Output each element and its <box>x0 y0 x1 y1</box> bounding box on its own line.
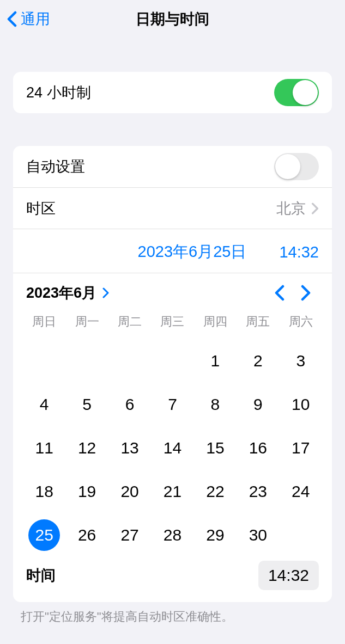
row-24hour: 24 小时制 <box>13 72 332 113</box>
selected-time[interactable]: 14:32 <box>279 243 319 261</box>
calendar-day[interactable]: 10 <box>280 389 322 420</box>
calendar-day[interactable]: 30 <box>237 519 279 551</box>
weekday-header: 周一 <box>65 314 108 333</box>
label-autoset: 自动设置 <box>26 157 85 176</box>
calendar-day[interactable]: 27 <box>108 519 151 551</box>
calendar-day[interactable]: 4 <box>23 389 65 420</box>
calendar-day[interactable]: 2 <box>237 345 279 377</box>
calendar-day[interactable]: 11 <box>23 432 65 464</box>
calendar-day-empty <box>23 345 65 377</box>
calendar-day[interactable]: 7 <box>151 389 193 420</box>
chevron-right-icon <box>102 287 110 298</box>
calendar-day[interactable]: 12 <box>65 432 108 464</box>
next-month-button[interactable] <box>293 285 319 301</box>
row-timezone[interactable]: 时区 北京 <box>13 187 332 229</box>
weekday-header: 周六 <box>280 314 322 333</box>
weekday-header: 周四 <box>194 314 237 333</box>
label-timezone: 时区 <box>26 199 56 218</box>
calendar-day[interactable]: 21 <box>151 476 193 507</box>
calendar-day[interactable]: 25 <box>28 519 60 551</box>
month-picker[interactable]: 2023年6月 <box>26 283 110 303</box>
switch-24hour[interactable] <box>274 79 319 106</box>
calendar-day[interactable]: 28 <box>151 519 193 551</box>
switch-autoset[interactable] <box>274 153 319 180</box>
weekday-header: 周三 <box>151 314 193 333</box>
chevron-left-icon <box>7 11 17 27</box>
calendar-day[interactable]: 17 <box>280 432 322 464</box>
page-title: 日期与时间 <box>136 9 209 29</box>
calendar-day[interactable]: 14 <box>151 432 193 464</box>
calendar-day[interactable]: 26 <box>65 519 108 551</box>
month-label: 2023年6月 <box>26 283 96 303</box>
time-picker[interactable]: 14:32 <box>258 561 319 590</box>
calendar-day[interactable]: 20 <box>108 476 151 507</box>
calendar-day[interactable]: 24 <box>280 476 322 507</box>
calendar-day[interactable]: 9 <box>237 389 279 420</box>
back-label: 通用 <box>21 9 50 29</box>
calendar-day-empty <box>151 345 193 377</box>
calendar-day[interactable]: 1 <box>194 345 237 377</box>
calendar-day[interactable]: 29 <box>194 519 237 551</box>
calendar-day[interactable]: 8 <box>194 389 237 420</box>
chevron-right-icon <box>311 203 319 214</box>
weekday-header: 周二 <box>108 314 151 333</box>
chevron-right-icon <box>300 285 311 301</box>
back-button[interactable]: 通用 <box>7 9 50 29</box>
calendar-day[interactable]: 6 <box>108 389 151 420</box>
row-autoset: 自动设置 <box>13 146 332 187</box>
calendar-day[interactable]: 22 <box>194 476 237 507</box>
weekday-header: 周日 <box>23 314 65 333</box>
prev-month-button[interactable] <box>267 285 293 301</box>
calendar-day[interactable]: 18 <box>23 476 65 507</box>
weekday-header: 周五 <box>237 314 279 333</box>
calendar-day[interactable]: 15 <box>194 432 237 464</box>
calendar-day[interactable]: 5 <box>65 389 108 420</box>
label-24hour: 24 小时制 <box>26 83 91 102</box>
value-timezone: 北京 <box>276 199 306 218</box>
calendar-day[interactable]: 13 <box>108 432 151 464</box>
calendar-day[interactable]: 3 <box>280 345 322 377</box>
calendar-day[interactable]: 16 <box>237 432 279 464</box>
footer-note: 打开"定位服务"将提高自动时区准确性。 <box>0 602 345 625</box>
calendar-day[interactable]: 23 <box>237 476 279 507</box>
selected-date[interactable]: 2023年6月25日 <box>138 241 247 263</box>
chevron-left-icon <box>274 285 285 301</box>
time-label: 时间 <box>26 566 56 585</box>
calendar-day-empty <box>108 345 151 377</box>
calendar-day-empty <box>65 345 108 377</box>
calendar-day[interactable]: 19 <box>65 476 108 507</box>
